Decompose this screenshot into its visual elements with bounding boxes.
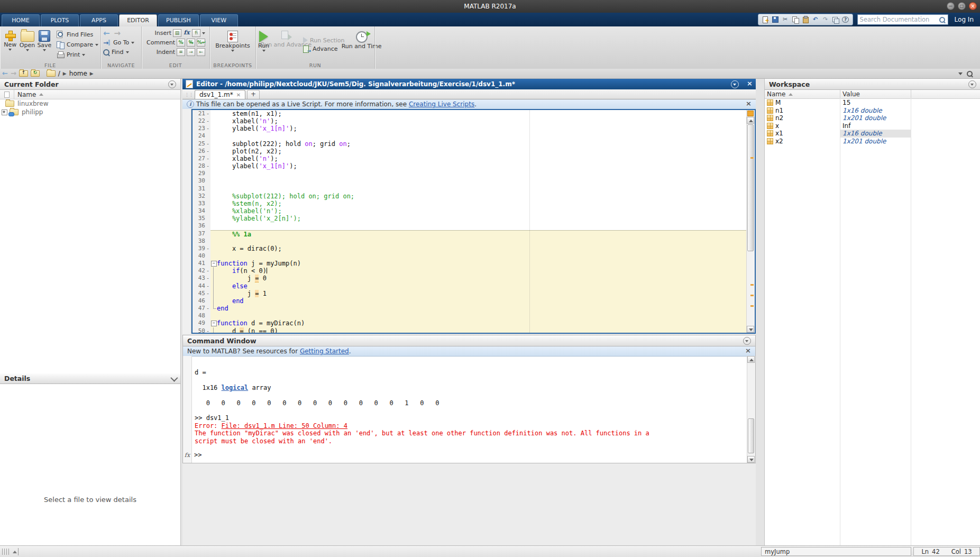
prompt-text[interactable]: >>	[191, 451, 202, 459]
code-line-33[interactable]: 33 %stem(n, x2);	[193, 200, 755, 207]
run-and-advance-button[interactable]: Run and Advance	[272, 29, 300, 60]
line-number[interactable]: 32	[193, 193, 210, 200]
search-documentation-field[interactable]	[857, 14, 948, 25]
search-folder-icon[interactable]	[967, 71, 973, 77]
code-line-30[interactable]: 30	[193, 177, 755, 185]
up-one-level-icon[interactable]	[19, 70, 28, 77]
workspace-variable-x1[interactable]: x11x16 double	[765, 130, 980, 138]
line-number[interactable]: 39-	[193, 245, 210, 252]
line-number[interactable]: 40	[193, 252, 210, 260]
folder-item-linuxbrew[interactable]: linuxbrew	[0, 99, 180, 108]
indent-right-icon[interactable]: →	[187, 48, 195, 56]
save-button[interactable]: Save	[36, 29, 52, 60]
fold-margin[interactable]: −	[210, 319, 217, 327]
message-indicator-icon[interactable]	[747, 111, 754, 116]
undo-icon[interactable]	[811, 16, 820, 23]
warning-marker[interactable]	[750, 295, 754, 296]
details-header[interactable]: Details	[0, 373, 180, 384]
tab-editor[interactable]: EDITOR	[119, 14, 157, 26]
error-location-link[interactable]: File: dsv1_1.m Line: 50 Column: 4	[222, 422, 347, 430]
new-script-icon[interactable]	[761, 16, 770, 23]
print-button[interactable]: Print	[57, 50, 98, 59]
warning-marker[interactable]	[750, 284, 754, 286]
line-number[interactable]: 37	[193, 230, 210, 238]
browse-folder-icon[interactable]	[31, 70, 40, 77]
code-line-39[interactable]: 39- x = dirac(0);	[193, 245, 755, 252]
code-line-38[interactable]: 38	[193, 238, 755, 245]
breakpoints-button[interactable]: Breakpoints	[214, 29, 251, 60]
folder-item-philipp[interactable]: philipp	[0, 108, 180, 116]
close-infobar-icon[interactable]	[745, 101, 752, 107]
file-tab[interactable]: dsv1_1.m* ✕	[195, 90, 245, 99]
chevron-collapse-icon[interactable]	[170, 374, 178, 381]
creating-live-scripts-link[interactable]: Creating Live Scripts	[409, 101, 474, 108]
new-button[interactable]: New	[2, 29, 18, 60]
maximize-button[interactable]	[958, 2, 966, 10]
wrap-comments-icon[interactable]: %↵	[197, 39, 205, 47]
code-line-34[interactable]: 34 %xlabel('n');	[193, 207, 755, 215]
insert-section-icon[interactable]: ▤	[173, 29, 181, 37]
copy-icon[interactable]	[791, 16, 800, 23]
breadcrumb-home[interactable]: home	[69, 70, 87, 77]
code-line-43[interactable]: 43- j = 0	[193, 275, 755, 282]
switch-windows-icon[interactable]	[831, 16, 840, 23]
help-icon[interactable]	[841, 16, 850, 23]
scroll-up-icon[interactable]	[747, 117, 754, 124]
compare-button[interactable]: Compare	[57, 40, 98, 49]
code-line-37[interactable]: 37 %% 1a	[193, 230, 755, 238]
search-documentation-input[interactable]	[858, 16, 939, 23]
getting-started-link[interactable]: Getting Started	[300, 348, 349, 355]
scroll-up-icon[interactable]	[747, 356, 755, 363]
warning-marker[interactable]	[750, 157, 754, 159]
workspace-variable-x2[interactable]: x21x201 double	[765, 138, 980, 145]
code-line-32[interactable]: 32 %subplot(212); hold on; grid on;	[193, 193, 755, 200]
line-number[interactable]: 34	[193, 207, 210, 215]
code-line-24[interactable]: 24	[193, 132, 755, 140]
expand-icon[interactable]	[13, 551, 17, 553]
code-line-46[interactable]: 46 end	[193, 297, 755, 305]
panel-menu-icon[interactable]	[168, 80, 176, 88]
go-to-button[interactable]: Go To	[103, 38, 139, 47]
tab-publish[interactable]: PUBLISH	[158, 14, 199, 26]
line-number[interactable]: 41	[193, 260, 210, 267]
close-button[interactable]	[969, 2, 977, 10]
tab-apps[interactable]: APPS	[80, 14, 118, 26]
line-number[interactable]: 26-	[193, 148, 210, 155]
line-number[interactable]: 42-	[193, 267, 210, 275]
current-folder-column-header[interactable]: Name	[0, 90, 180, 99]
find-files-button[interactable]: Find Files	[57, 30, 98, 39]
workspace-variable-n1[interactable]: n11x16 double	[765, 107, 980, 115]
code-line-22[interactable]: 22- xlabel('n');	[193, 117, 755, 125]
workspace-variable-x[interactable]: xInf	[765, 122, 980, 130]
breadcrumb-root[interactable]: /	[58, 70, 60, 77]
code-line-27[interactable]: 27- xlabel('n');	[193, 155, 755, 162]
logical-doc-link[interactable]: logical	[222, 384, 249, 391]
run-and-time-button[interactable]: Run and Time	[348, 29, 375, 60]
panel-menu-icon[interactable]	[731, 80, 739, 88]
back-icon[interactable]: ←	[103, 30, 110, 37]
line-number[interactable]: 36	[193, 222, 210, 230]
line-number[interactable]: 22-	[193, 117, 210, 125]
command-prompt[interactable]: fx >>	[183, 451, 202, 459]
comment-icon[interactable]: %	[177, 39, 185, 47]
forward-icon[interactable]: →	[114, 30, 121, 37]
insert-function-icon[interactable]: fx	[183, 30, 190, 36]
line-number[interactable]: 49	[193, 319, 210, 327]
line-number[interactable]: 28-	[193, 162, 210, 170]
code-editor[interactable]: 21- stem(n1, x1);22- xlabel('n');23- yla…	[191, 109, 756, 334]
scrollbar-thumb[interactable]	[748, 418, 754, 453]
workspace-variable-n2[interactable]: n21x201 double	[765, 114, 980, 122]
line-number[interactable]: 29	[193, 170, 210, 177]
line-number[interactable]: 44-	[193, 282, 210, 290]
uncomment-icon[interactable]: %̶	[187, 39, 195, 47]
column-divider[interactable]	[911, 98, 911, 545]
line-number[interactable]: 30	[193, 177, 210, 185]
code-line-49[interactable]: 49−function d = myDirac(n)	[193, 319, 755, 327]
line-number[interactable]: 35	[193, 215, 210, 222]
workspace-variable-M[interactable]: M15	[765, 99, 980, 107]
code-line-35[interactable]: 35 %ylabel('x_2[n]');	[193, 215, 755, 222]
scroll-down-icon[interactable]	[747, 456, 755, 463]
redo-icon[interactable]	[821, 16, 830, 23]
line-number[interactable]: 24	[193, 132, 210, 140]
collapse-fold-icon[interactable]: −	[211, 321, 217, 326]
